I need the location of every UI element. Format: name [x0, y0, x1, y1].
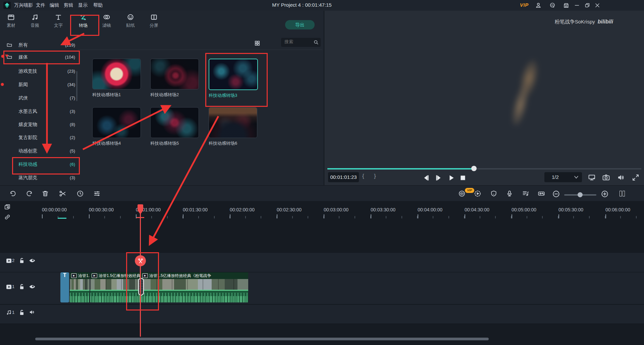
- transition-card-4[interactable]: 科技动感转场4: [92, 107, 140, 146]
- marker-icon[interactable]: [490, 190, 497, 197]
- audio-mixer-icon[interactable]: [522, 190, 529, 197]
- display-device-icon[interactable]: [588, 174, 596, 182]
- chevron-down-icon: [574, 175, 579, 179]
- mark-out-icon[interactable]: }: [374, 173, 376, 180]
- transition-card-2[interactable]: 科技动感转场2: [150, 59, 198, 98]
- timeline-zoom-handle[interactable]: [578, 192, 583, 197]
- close-button[interactable]: [595, 3, 600, 8]
- store-icon[interactable]: [563, 2, 569, 8]
- link-icon[interactable]: [4, 214, 11, 220]
- restore-button[interactable]: [585, 3, 590, 8]
- sidebar-item-ink[interactable]: 水墨古风(3): [0, 107, 78, 117]
- tab-media[interactable]: 素材: [0, 13, 22, 28]
- ruler-label: 00:05:30:00: [558, 207, 583, 212]
- transition-card-1[interactable]: 科技动感转场1: [92, 59, 140, 98]
- speaker-icon[interactable]: [29, 309, 36, 315]
- fullscreen-icon[interactable]: [632, 174, 640, 182]
- tab-stickers[interactable]: 贴纸: [120, 13, 141, 28]
- preview-panel: 粉笔战争SoKrispybilibili 00:01:01:23 { } 1/2: [324, 11, 644, 185]
- sidebar-item-pets[interactable]: 嬉皮宠物(8): [0, 120, 78, 130]
- add-to-timeline-icon[interactable]: [4, 204, 11, 210]
- ruler-label: 00:01:30:00: [183, 207, 208, 212]
- sidebar-item-dynamic[interactable]: 动感创意(5): [0, 146, 78, 156]
- menu-file[interactable]: 文件: [36, 2, 45, 8]
- snapshot-camera-icon[interactable]: [602, 174, 610, 182]
- adjust-sliders-icon[interactable]: [93, 190, 101, 197]
- menu-clip[interactable]: 剪辑: [64, 2, 73, 8]
- sidebar-item-all[interactable]: 所有(219): [0, 40, 78, 50]
- sidebar-item-retro[interactable]: 复古影院(2): [0, 133, 78, 143]
- unlock-icon[interactable]: [19, 257, 25, 264]
- account-icon[interactable]: [535, 2, 541, 8]
- video-subject: [497, 53, 553, 131]
- play-button[interactable]: [448, 175, 455, 181]
- tab-splitscreen[interactable]: 分屏: [143, 13, 165, 28]
- sidebar-item-gaming[interactable]: 游戏竞技(23): [0, 66, 78, 76]
- mute-speaker-icon[interactable]: [617, 174, 625, 182]
- minimize-button[interactable]: [574, 3, 580, 8]
- render-preview-icon[interactable]: [474, 190, 481, 197]
- app-name: 万兴喵影: [14, 2, 33, 8]
- video-track-2[interactable]: 2: [0, 253, 644, 272]
- audio-track-1[interactable]: 1: [0, 305, 644, 324]
- mark-in-icon[interactable]: {: [362, 173, 364, 180]
- tab-text[interactable]: 文字: [48, 13, 69, 28]
- clip-label: 油管1.: [78, 273, 90, 279]
- rendered-segment: [58, 218, 66, 219]
- preview-quality-dropdown[interactable]: 1/2: [544, 172, 582, 182]
- ruler-label: 00:00:00:00: [42, 207, 67, 212]
- next-frame-button[interactable]: [435, 175, 442, 181]
- transition-thumbnail: [150, 107, 199, 138]
- redo-icon[interactable]: [25, 190, 33, 197]
- zoom-in-icon[interactable]: [601, 190, 609, 198]
- menu-help[interactable]: 帮助: [93, 2, 103, 8]
- video-clip-1[interactable]: ▶油管1.: [70, 272, 90, 302]
- menu-edit[interactable]: 编辑: [50, 2, 59, 8]
- sidebar-item-wuxia[interactable]: 武侠(7): [0, 93, 78, 103]
- previous-frame-button[interactable]: [422, 175, 430, 181]
- voiceover-mic-icon[interactable]: [506, 190, 513, 197]
- ruler-label: 00:03:00:00: [324, 207, 348, 212]
- speed-clock-icon[interactable]: [76, 190, 84, 197]
- auto-ripple-icon[interactable]: [538, 190, 545, 197]
- ruler-label: 00:02:30:00: [277, 207, 302, 212]
- timeline-horizontal-scrollbar[interactable]: [35, 338, 489, 340]
- annotation-box-split-point: [126, 252, 159, 310]
- transition-thumbnail: [92, 107, 141, 138]
- title-clip[interactable]: T: [60, 272, 69, 302]
- transition-card-6[interactable]: 科技动感转场6: [209, 107, 257, 146]
- export-button[interactable]: 导出: [285, 20, 315, 29]
- timeline-toolbar: VIP: [0, 185, 644, 202]
- split-scissors-icon[interactable]: [59, 190, 66, 197]
- feedback-icon[interactable]: [549, 2, 555, 8]
- vip-button[interactable]: VIP: [520, 2, 529, 8]
- seek-bar-handle[interactable]: [471, 166, 477, 171]
- search-input[interactable]: [284, 39, 312, 45]
- ruler-major-ticks[interactable]: [42, 214, 644, 218]
- grid-view-icon[interactable]: [254, 40, 260, 46]
- eye-visibility-icon[interactable]: [29, 284, 36, 289]
- undo-icon[interactable]: [9, 190, 17, 197]
- eye-visibility-icon[interactable]: [29, 258, 36, 263]
- menu-view[interactable]: 显示: [78, 2, 88, 8]
- transition-thumbnail: [209, 107, 257, 138]
- stop-button[interactable]: [459, 175, 467, 181]
- bilibili-logo: bilibili: [598, 19, 613, 24]
- sidebar-item-news[interactable]: 新闻(34): [0, 80, 78, 90]
- search-icon[interactable]: [314, 40, 319, 45]
- zoom-out-icon[interactable]: [552, 190, 560, 198]
- fit-timeline-icon[interactable]: [619, 190, 626, 197]
- video-track-1[interactable]: 1 T ▶油管1. ▶油管1.5亿播放特效经典: [0, 272, 644, 304]
- tab-audio[interactable]: 音频: [24, 13, 46, 28]
- denoise-icon[interactable]: [458, 190, 466, 197]
- video-track-1-header: 1: [0, 272, 35, 304]
- unlock-icon[interactable]: [19, 309, 25, 316]
- delete-icon[interactable]: [42, 190, 49, 197]
- unlock-icon[interactable]: [19, 283, 25, 290]
- transition-card-5[interactable]: 科技动感转场5: [150, 107, 198, 146]
- app-window: 万兴喵影 文件 编辑 剪辑 显示 帮助 MY Project 4 : 00:01…: [0, 0, 644, 345]
- panel-divider: [78, 50, 322, 50]
- sidebar-scrollbar[interactable]: [76, 71, 77, 101]
- text-tab-icon: [55, 13, 62, 21]
- annotation-box-media-category: [3, 51, 80, 64]
